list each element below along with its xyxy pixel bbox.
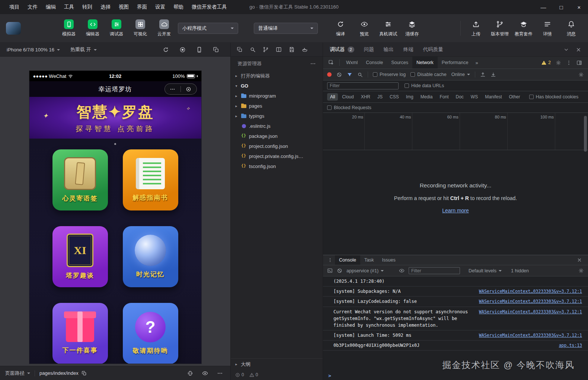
devtools-tab[interactable]: Performance (438, 57, 473, 69)
tree-item[interactable]: tsconfig.json (231, 161, 323, 171)
refresh-icon[interactable] (163, 47, 169, 53)
log-source-link[interactable]: app.ts:13 (559, 342, 582, 349)
debugger-tab[interactable]: 输出 (384, 46, 394, 53)
network-filter-pill[interactable]: Manifest (482, 93, 505, 101)
eye-icon[interactable] (202, 370, 208, 376)
open-editors-section[interactable]: ▸ 打开的编辑器 (231, 71, 323, 81)
more-icon[interactable] (217, 370, 223, 376)
warnings-indicator[interactable]: 2 (541, 60, 551, 66)
devtools-tab[interactable]: Sources (387, 57, 412, 69)
console-settings-icon[interactable] (578, 268, 584, 273)
tree-item[interactable]: ▸ typings (231, 111, 323, 121)
capsule-home-button[interactable] (181, 84, 196, 94)
miniapp-card[interactable]: 心灵寄语签 (52, 149, 108, 210)
tree-item[interactable]: ▸ pages (231, 101, 323, 111)
menu-item[interactable]: 文件 (23, 2, 42, 12)
compile-mode-select[interactable]: 普通编译 (254, 23, 318, 34)
debugger-tab[interactable]: 代码质量 (423, 46, 443, 53)
network-settings-icon[interactable] (578, 72, 584, 77)
disable-cache-checkbox[interactable]: Disable cache (410, 72, 447, 77)
toolbar-button[interactable]: 消息 (560, 19, 582, 37)
console-sidebar-icon[interactable] (327, 268, 333, 273)
menu-item[interactable]: 界面 (133, 2, 151, 12)
toolbar-button[interactable]: 调试器 (106, 19, 127, 37)
execution-context-select[interactable]: appservice (#1) (346, 268, 395, 273)
network-filter-pill[interactable]: Other (506, 93, 523, 101)
devtools-tab[interactable]: Network (412, 57, 438, 69)
copy-icon[interactable] (82, 371, 87, 376)
device-select[interactable]: iPhone 6/7/8 100% 16 (7, 47, 54, 53)
scrollbar-thumb[interactable] (584, 116, 587, 152)
capsule-menu-button[interactable] (165, 84, 180, 94)
tree-item[interactable]: project.config.json (231, 141, 323, 151)
inspect-element-icon[interactable] (328, 60, 334, 66)
minimize-button[interactable]: — (534, 0, 552, 14)
toolbar-button[interactable]: 真机调试 (377, 19, 399, 37)
has-blocked-cookies-checkbox[interactable]: Has blocked cookies (529, 94, 579, 99)
toolbar-button[interactable]: 版本管理 (489, 19, 511, 37)
menu-item[interactable]: 转到 (78, 2, 96, 12)
error-count[interactable]: 0 (235, 372, 244, 377)
mode-select[interactable]: 小程序模式 (178, 23, 238, 34)
maximize-button[interactable]: □ (552, 0, 570, 14)
tree-item[interactable]: project.private.config.js… (231, 151, 323, 161)
debugger-tab[interactable]: 问题 (364, 46, 374, 53)
network-filter-pill[interactable]: XHR (358, 93, 373, 101)
network-filter-input[interactable] (327, 82, 399, 89)
menu-item[interactable]: 选择 (96, 2, 115, 12)
split-editor-icon[interactable] (276, 47, 282, 53)
toolbar-button[interactable]: 编辑器 (82, 19, 103, 37)
warning-count[interactable]: 0 (249, 372, 258, 377)
project-root-item[interactable]: ▾ GO (231, 81, 323, 91)
record-button[interactable] (327, 72, 332, 77)
console-tab[interactable]: Task (360, 255, 378, 265)
menu-item[interactable]: 工具 (60, 2, 78, 12)
learn-more-link[interactable]: Learn more (442, 208, 469, 213)
miniapp-card[interactable]: 下一件喜事 (52, 303, 108, 364)
menu-item[interactable]: 设置 (151, 2, 169, 12)
close-drawer-icon[interactable] (577, 257, 582, 263)
network-filter-pill[interactable]: WS (468, 93, 481, 101)
export-har-icon[interactable] (490, 72, 496, 77)
toolbar-button[interactable]: 上传 (465, 19, 487, 37)
log-source-link[interactable]: WAServiceMainContext…03233303&v=3.7.12:1 (479, 298, 582, 305)
debugger-tab[interactable]: 终端 (403, 46, 413, 53)
tree-item[interactable]: package.json (231, 131, 323, 141)
search-icon[interactable] (250, 47, 256, 53)
devtools-tab[interactable]: Wxml (342, 57, 362, 69)
throttling-select[interactable]: Online (451, 72, 470, 77)
network-filter-pill[interactable]: Img (403, 93, 416, 101)
toolbar-button[interactable]: 预览 (354, 19, 375, 37)
network-filter-pill[interactable]: JS (374, 93, 386, 101)
avatar[interactable] (6, 22, 21, 35)
miniapp-card[interactable]: 解惑指南书 (123, 149, 178, 210)
close-icon[interactable] (576, 47, 581, 53)
preserve-log-checkbox[interactable]: Preserve log (373, 72, 406, 77)
miniapp-card[interactable]: XI 塔罗趣谈 (52, 226, 108, 287)
files-icon[interactable] (237, 47, 243, 53)
toolbar-button[interactable]: 编译 (330, 19, 351, 37)
network-filter-pill[interactable]: Doc (453, 93, 466, 101)
console-filter-input[interactable] (409, 267, 460, 274)
network-filter-pill[interactable]: Font (437, 93, 451, 101)
debugger-tab[interactable]: 调试器 2 (330, 46, 354, 53)
close-button[interactable]: × (570, 0, 588, 14)
log-levels-select[interactable]: Default levels (469, 268, 502, 273)
more-icon[interactable] (310, 61, 316, 67)
console-tab[interactable]: Issues (378, 255, 400, 265)
settings-gear-icon[interactable] (556, 60, 561, 66)
toolbar-button[interactable]: 可视化 (130, 19, 151, 37)
hot-reload-toggle[interactable]: 热重载 开 (70, 46, 91, 53)
menu-item[interactable]: 视图 (115, 2, 133, 12)
docker-icon[interactable] (302, 47, 308, 53)
dock-side-icon[interactable] (576, 60, 582, 66)
multi-window-icon[interactable] (213, 47, 219, 53)
live-expression-icon[interactable] (399, 268, 405, 273)
menu-item[interactable]: 帮助 (169, 2, 188, 12)
vibrate-icon[interactable] (187, 370, 193, 376)
log-source-link[interactable]: WAServiceMainContext…03233303&v=3.7.12:1 (479, 288, 582, 295)
stop-record-icon[interactable] (179, 47, 186, 53)
miniapp-card[interactable]: ? 敬请期待哟 (123, 303, 178, 364)
toolbar-button[interactable]: 模拟器 (58, 19, 80, 37)
tree-item[interactable]: ▸ miniprogram (231, 91, 323, 101)
